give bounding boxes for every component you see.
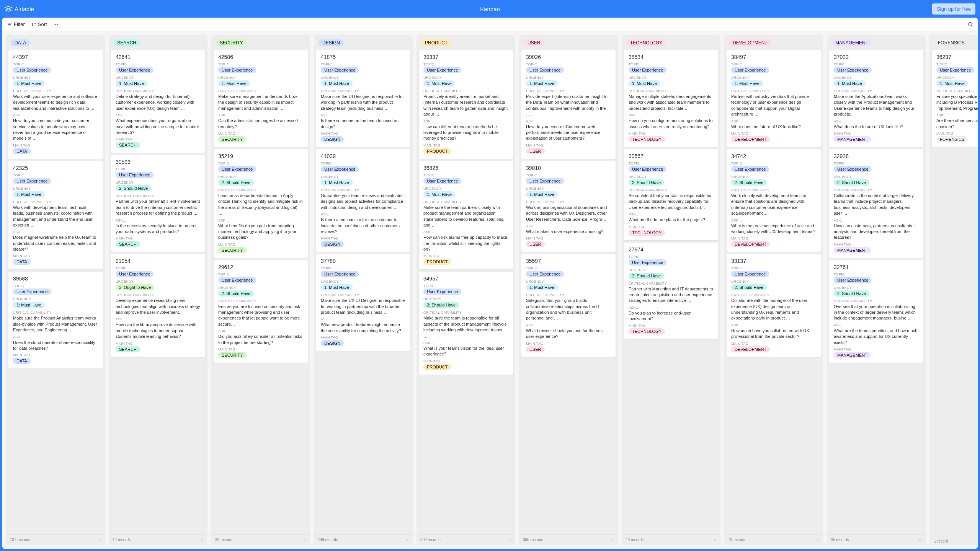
label-urgency: URGENCY [218, 76, 303, 80]
expand-icon[interactable]: ⤢ [303, 538, 306, 542]
card[interactable]: 41875 TOPIC User Experience URGENCY 1: M… [316, 50, 410, 147]
expand-icon[interactable]: ⤢ [406, 538, 409, 542]
card[interactable]: 30593 TOPIC User Experience URGENCY 2: S… [111, 155, 205, 252]
pill-maintag: SEARCH [116, 241, 140, 247]
column-search: SEARCH 42641 TOPIC User Experience URGEN… [109, 35, 207, 545]
card-id: 38497 [731, 54, 816, 60]
pill-maintag: PRODUCT [423, 148, 451, 154]
label-topic: TOPIC [731, 266, 816, 270]
card[interactable]: 32928 TOPIC User Experience URGENCY 2: S… [829, 149, 923, 258]
card[interactable]: 27974 TOPIC User Experience URGENCY 2: S… [624, 243, 718, 339]
label-topic: TOPIC [13, 284, 98, 288]
pill-topic: User Experience [116, 271, 154, 277]
expand-icon[interactable]: ⤢ [201, 538, 204, 542]
card[interactable]: 39026 TOPIC User Experience URGENCY 1: M… [521, 50, 616, 159]
cards-list[interactable]: 38497 TOPIC User Experience URGENCY 1: M… [724, 50, 823, 534]
label-urgency: URGENCY [13, 76, 98, 80]
record-count: 12 records [113, 538, 131, 542]
pill-topic: User Experience [116, 67, 154, 73]
label-maintag: MAIN TAG [321, 132, 406, 135]
card[interactable]: 37789 TOPIC User Experience URGENCY 1: M… [316, 254, 410, 351]
card[interactable]: 39010 TOPIC User Experience URGENCY 1: M… [521, 161, 616, 252]
label-ask: ASK… [321, 317, 406, 321]
pill-urgency: 2: Should Have [629, 179, 664, 186]
label-maintag: MAIN TAG [526, 143, 611, 147]
expand-icon[interactable]: ⤢ [611, 538, 614, 542]
card-capability: Work with development team, technical le… [13, 205, 98, 228]
pill-topic: User Experience [423, 67, 461, 73]
record-count: 20 records [215, 538, 233, 542]
label-ask: ASK… [834, 119, 919, 123]
card[interactable]: 38497 TOPIC User Experience URGENCY 1: M… [727, 50, 821, 147]
expand-icon[interactable]: ⤢ [816, 538, 819, 542]
more-button[interactable]: ⋯ [53, 21, 58, 27]
cards-list[interactable]: 38534 TOPIC User Experience URGENCY 1: M… [622, 50, 720, 534]
card-capability: Safeguard that your group builds collabo… [526, 298, 611, 321]
kanban-board[interactable]: DATA 44397 TOPIC User Experience URGENCY… [2, 31, 978, 549]
card[interactable]: 35597 TOPIC User Experience URGENCY 1: M… [521, 254, 616, 357]
card[interactable]: 21954 TOPIC User Experience URGENCY 3: O… [111, 254, 205, 357]
label-topic: TOPIC [731, 62, 816, 66]
card-ask: How can customers, partners, consultants… [834, 223, 919, 241]
label-ask: ASK… [13, 335, 98, 339]
card[interactable]: 39337 TOPIC User Experience URGENCY 1: M… [419, 50, 513, 159]
card[interactable]: 34967 TOPIC User Experience URGENCY 2: S… [419, 272, 513, 374]
column-forensics: FORENSICS 36237 TOPIC User Experience UR… [929, 35, 978, 545]
label-ask: ASK… [218, 329, 303, 333]
expand-icon[interactable]: ⤢ [508, 538, 511, 542]
label-critcap: CRITICAL CAPABILITY [526, 89, 611, 93]
card[interactable]: 35219 TOPIC User Experience URGENCY 2: S… [214, 149, 308, 258]
card-id: 21954 [116, 258, 201, 264]
cards-list[interactable]: 36237 TOPIC User Experience URGENCY 1: M… [929, 50, 978, 538]
card[interactable]: 37022 TOPIC User Experience URGENCY 1: M… [829, 50, 923, 147]
card[interactable]: 32761 TOPIC User Experience URGENCY 2: S… [829, 260, 923, 363]
cards-list[interactable]: 37022 TOPIC User Experience URGENCY 1: M… [827, 50, 926, 534]
pill-topic: User Experience [629, 67, 666, 73]
expand-icon[interactable]: ⤢ [919, 538, 922, 542]
pill-topic: User Experience [629, 166, 666, 172]
expand-icon[interactable]: ⤢ [98, 538, 101, 542]
cards-list[interactable]: 42586 TOPIC User Experience URGENCY 1: M… [211, 50, 310, 534]
card-id: 37022 [834, 54, 919, 60]
card[interactable]: 42641 TOPIC User Experience URGENCY 1: M… [111, 50, 205, 153]
filter-button[interactable]: Filter [7, 21, 25, 27]
label-maintag: MAIN TAG [834, 243, 919, 246]
card[interactable]: 41039 TOPIC User Experience URGENCY 1: M… [316, 149, 410, 252]
pill-maintag: PRODUCT [423, 259, 451, 265]
cards-list[interactable]: 42641 TOPIC User Experience URGENCY 1: M… [109, 50, 207, 534]
sort-button[interactable]: Sort [31, 21, 47, 27]
label-topic: TOPIC [629, 161, 714, 165]
cards-list[interactable]: 39026 TOPIC User Experience URGENCY 1: M… [519, 50, 618, 534]
label-topic: TOPIC [218, 161, 303, 165]
search-icon[interactable] [968, 22, 973, 27]
card[interactable]: 36237 TOPIC User Experience URGENCY 1: M… [932, 50, 978, 147]
card[interactable]: 36826 TOPIC User Experience URGENCY 1: M… [419, 161, 513, 270]
column-tag: FORENSICS [934, 39, 969, 46]
card-ask: How much have you collaborated with UX p… [731, 328, 816, 340]
expand-icon[interactable]: ⤢ [714, 538, 717, 542]
record-count: 308 records [420, 538, 441, 542]
card[interactable]: 42586 TOPIC User Experience URGENCY 1: M… [214, 50, 308, 147]
label-maintag: MAIN TAG [629, 324, 714, 328]
pill-topic: User Experience [936, 67, 974, 73]
card[interactable]: 34742 TOPIC User Experience URGENCY 2: S… [727, 149, 821, 252]
card[interactable]: 39588 TOPIC User Experience URGENCY 1: M… [8, 272, 103, 368]
cards-list[interactable]: 44397 TOPIC User Experience URGENCY 1: M… [6, 50, 105, 534]
cards-list[interactable]: 39337 TOPIC User Experience URGENCY 1: M… [416, 50, 515, 534]
cards-list[interactable]: 41875 TOPIC User Experience URGENCY 1: M… [314, 50, 413, 534]
card[interactable]: 44397 TOPIC User Experience URGENCY 1: M… [8, 50, 103, 159]
card[interactable]: 42325 TOPIC User Experience URGENCY 1: M… [8, 161, 103, 270]
label-urgency: URGENCY [218, 175, 303, 179]
pill-maintag: SECURITY [218, 136, 247, 142]
card-ask: What new product features might enhance … [321, 322, 406, 334]
record-count: 350 records [523, 538, 543, 542]
card[interactable]: 33137 TOPIC User Experience URGENCY 2: S… [727, 254, 821, 357]
signup-button[interactable]: Sign up for free [932, 3, 975, 15]
card-id: 35597 [526, 258, 611, 264]
card[interactable]: 29612 TOPIC User Experience URGENCY 2: S… [214, 260, 308, 363]
card-ask: Are there other services or p you need t… [936, 118, 978, 130]
label-topic: TOPIC [116, 266, 201, 270]
card[interactable]: 30567 TOPIC User Experience URGENCY 2: S… [624, 149, 718, 240]
label-ask: ASK… [629, 113, 714, 117]
card[interactable]: 38534 TOPIC User Experience URGENCY 1: M… [624, 50, 718, 147]
